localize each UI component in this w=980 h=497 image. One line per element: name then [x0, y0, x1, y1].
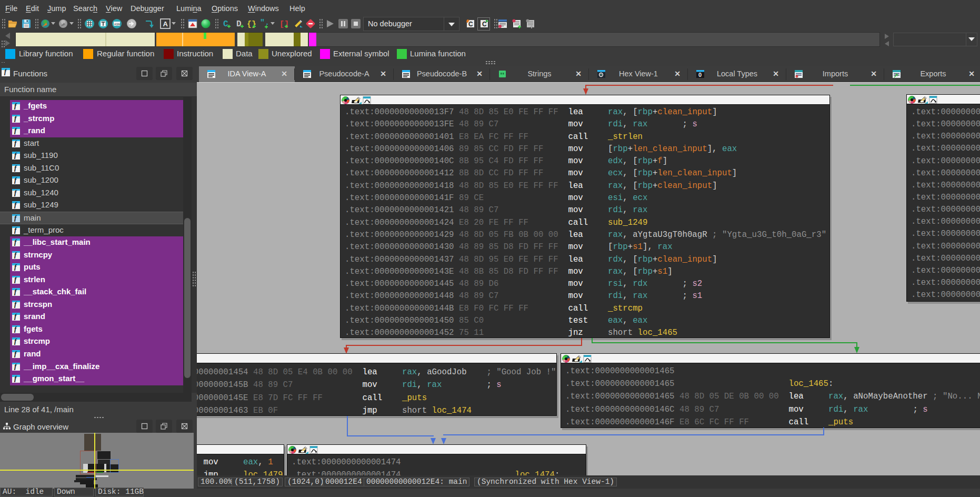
svg-text:{}: {} — [247, 20, 256, 29]
svg-text:A: A — [163, 20, 168, 28]
svg-text:ASM: ASM — [114, 23, 121, 26]
svg-text:C: C — [223, 19, 228, 29]
svg-text:D: D — [236, 19, 242, 29]
svg-text:C: C — [468, 21, 473, 28]
svg-text:"..": ".." — [260, 18, 269, 27]
svg-text:[]: [] — [279, 20, 289, 29]
